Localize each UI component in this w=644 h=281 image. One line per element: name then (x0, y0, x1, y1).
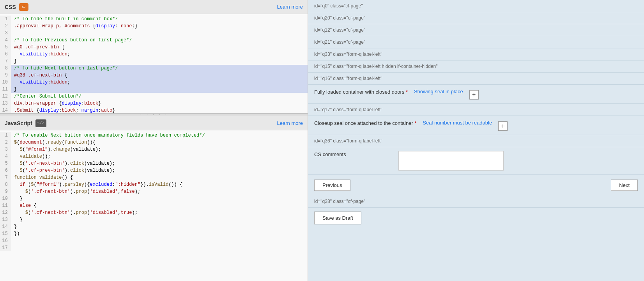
css-header: CSS 🏷 Learn more (0, 0, 308, 14)
right-panel: id="q0" class="cf-page" id="q20" class="… (308, 0, 644, 281)
save-draft-button[interactable]: Save as Draft (314, 212, 361, 224)
cs-comments-field-row: CS comments (308, 147, 644, 175)
js-line-5: 5 $('.cf-next-btn').click(validate); (0, 160, 308, 167)
closeup-seal-add-button[interactable]: + (498, 121, 508, 131)
left-panel: CSS 🏷 Learn more 1 /* To hide the built-… (0, 0, 308, 281)
css-header-left: CSS 🏷 (5, 3, 28, 11)
js-line-14: 14 } (0, 223, 308, 230)
js-line-3: 3 $("#form1").change(validate); (0, 146, 308, 153)
css-line-12: 12 /*Center Submit button*/ (0, 93, 308, 100)
closeup-seal-label: Closeup seal once attached to the contai… (314, 120, 416, 127)
js-line-8: 8 if ($("#form1").parsley({excluded:":hi… (0, 181, 308, 188)
css-code-body: 1 /* To hide the built-in comment box*/ … (0, 14, 308, 113)
css-line-7: 7 } (0, 58, 308, 65)
q15-id-label: id="q15" class="form-q label-left hidden… (314, 64, 438, 69)
css-line-10: 10 visibility:hidden; (0, 79, 308, 86)
form-item-q38: id="q38" class="cf-page" (308, 196, 644, 208)
resize-divider[interactable]: · · · · · (0, 113, 308, 116)
js-line-9: 9 $('.cf-next-btn').prop('disabled',fals… (0, 188, 308, 195)
closeup-seal-hint: Seal number must be readable (423, 120, 492, 126)
form-item-q21: id="q21" class="cf-page" (308, 36, 644, 48)
q0-id-label: id="q0" class="cf-page" (314, 3, 363, 9)
form-item-q16: id="q16" class="form-q label-left" (308, 73, 644, 85)
js-header: JavaScript </> Learn more (0, 116, 308, 130)
css-line-3: 3 (0, 30, 308, 37)
js-line-13: 13 } (0, 216, 308, 223)
q38-id-label: id="q38" class="cf-page" (314, 199, 365, 204)
css-section: CSS 🏷 Learn more 1 /* To hide the built-… (0, 0, 308, 113)
navigation-row: Previous Next (308, 175, 644, 196)
cs-comments-label: CS comments (314, 151, 392, 158)
fully-loaded-add-button[interactable]: + (469, 90, 479, 100)
js-line-4: 4 validate(); (0, 153, 308, 160)
q20-id-label: id="q20" class="cf-page" (314, 15, 365, 21)
js-header-left: JavaScript </> (5, 119, 46, 127)
form-item-q33: id="q33" class="form-q label-left" (308, 48, 644, 60)
form-item-q36: id="q36" class="form-q label-left" (308, 135, 644, 147)
js-label: JavaScript (5, 120, 32, 126)
css-line-9: 9 #q38 .cf-next-btn { (0, 72, 308, 79)
css-line-13: 13 div.btn-wrapper {display:block} (0, 100, 308, 107)
fully-loaded-required-star: * (406, 89, 408, 95)
js-section: JavaScript </> Learn more 1 /* To enable… (0, 116, 308, 281)
js-line-17: 17 (0, 244, 308, 251)
q36-id-label: id="q36" class="form-q label-left" (314, 138, 382, 144)
css-line-1: 1 /* To hide the built-in comment box*/ (0, 16, 308, 23)
q16-id-label: id="q16" class="form-q label-left" (314, 76, 382, 81)
css-line-5: 5 #q0 .cf-prev-btn { (0, 44, 308, 51)
js-line-11: 11 else { (0, 202, 308, 209)
fully-loaded-hint: Showing seal in place (414, 89, 463, 95)
css-line-8: 8 /* To hide Next button on last page*/ (0, 65, 308, 72)
css-line-11: 11 } (0, 86, 308, 93)
js-line-12: 12 $('.cf-next-btn').prop('disabled',tru… (0, 209, 308, 216)
css-label: CSS (5, 4, 16, 10)
css-line-6: 6 visibility:hidden; (0, 51, 308, 58)
js-code-body: 1 /* To enable Next button once mandator… (0, 130, 308, 281)
js-icon: </> (35, 119, 46, 127)
closeup-seal-required-star: * (414, 120, 416, 126)
q12-id-label: id="q12" class="cf-page" (314, 27, 365, 33)
fully-loaded-field-row: Fully loaded container with closed doors… (308, 85, 644, 104)
css-icon: 🏷 (19, 3, 28, 11)
form-item-q0: id="q0" class="cf-page" (308, 0, 644, 12)
js-line-16: 16 (0, 237, 308, 244)
q17-id-label: id="q17" class="form-q label-left" (314, 107, 382, 112)
closeup-seal-field-row: Closeup seal once attached to the contai… (308, 116, 644, 135)
js-learn-more-link[interactable]: Learn more (277, 120, 303, 126)
js-line-1: 1 /* To enable Next button once mandator… (0, 132, 308, 139)
q21-id-label: id="q21" class="cf-page" (314, 39, 365, 45)
js-line-10: 10 } (0, 195, 308, 202)
save-draft-row: Save as Draft (308, 208, 644, 228)
css-line-4: 4 /* To hide Previous button on first pa… (0, 37, 308, 44)
cs-comments-textarea[interactable] (398, 151, 504, 171)
css-learn-more-link[interactable]: Learn more (277, 4, 303, 10)
css-line-2: 2 .approval-wrap p, #comments {display: … (0, 23, 308, 30)
next-button[interactable]: Next (611, 180, 638, 191)
js-line-2: 2 $(document).ready(function(){ (0, 139, 308, 146)
js-line-7: 7 function validate() { (0, 174, 308, 181)
js-line-15: 15 }) (0, 230, 308, 237)
js-line-6: 6 $('.cf-prev-btn').click(validate); (0, 167, 308, 174)
q33-id-label: id="q33" class="form-q label-left" (314, 52, 382, 57)
form-item-q12: id="q12" class="cf-page" (308, 24, 644, 36)
form-item-q20: id="q20" class="cf-page" (308, 12, 644, 24)
form-item-q17: id="q17" class="form-q label-left" (308, 104, 644, 116)
form-item-q15: id="q15" class="form-q label-left hidden… (308, 60, 644, 73)
fully-loaded-label: Fully loaded container with closed doors… (314, 89, 408, 96)
previous-button[interactable]: Previous (314, 180, 350, 191)
